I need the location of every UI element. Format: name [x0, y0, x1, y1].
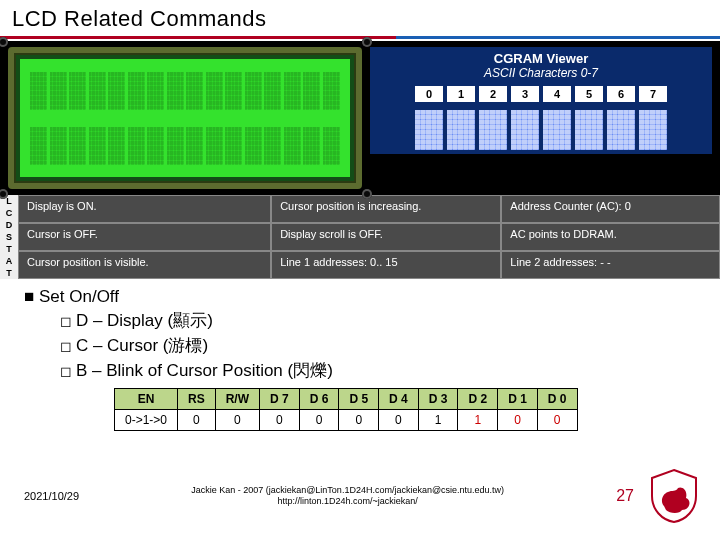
slide-body: Set On/Off D – Display (顯示) C – Cursor (…: [0, 281, 720, 431]
stat-cell: AC points to DDRAM.: [501, 223, 720, 251]
stat-cell: Line 2 addresses: - -: [501, 251, 720, 279]
cgram-col: 0: [415, 86, 443, 102]
th: D 4: [379, 389, 419, 410]
lcd-screen: [20, 59, 350, 177]
stat-cell: Cursor position is visible.: [18, 251, 271, 279]
cgram-cell: [511, 110, 539, 150]
td: 0: [178, 410, 216, 431]
cgram-header: 0 1 2 3 4 5 6 7: [370, 84, 712, 106]
stat-cell: Address Counter (AC): 0: [501, 195, 720, 223]
td: 0: [537, 410, 577, 431]
cgram-cell: [479, 110, 507, 150]
td: 1: [418, 410, 458, 431]
th: D 0: [537, 389, 577, 410]
th: R/W: [215, 389, 259, 410]
cgram-col: 7: [639, 86, 667, 102]
cgram-col: 2: [479, 86, 507, 102]
lcd-row-2: [30, 127, 340, 165]
cgram-cell: [415, 110, 443, 150]
stat-cell: Line 1 addresses: 0.. 15: [271, 251, 501, 279]
cgram-col: 1: [447, 86, 475, 102]
cgram-col: 4: [543, 86, 571, 102]
th: D 1: [498, 389, 538, 410]
stat-cell: Cursor is OFF.: [18, 223, 271, 251]
stat-cell: Cursor position is increasing.: [271, 195, 501, 223]
cgram-cell: [447, 110, 475, 150]
table-header-row: EN RS R/W D 7 D 6 D 5 D 4 D 3 D 2 D 1 D …: [115, 389, 578, 410]
bullet-sub: D – Display (顯示): [60, 309, 696, 332]
th: RS: [178, 389, 216, 410]
td: 0: [339, 410, 379, 431]
footer-date: 2021/10/29: [24, 490, 79, 502]
cgram-subtitle: ASCII Characters 0-7: [370, 66, 712, 84]
cgram-cell: [543, 110, 571, 150]
td: 0: [299, 410, 339, 431]
bullet-sub: B – Blink of Cursor Position (閃爍): [60, 359, 696, 382]
cgram-cell: [575, 110, 603, 150]
lcd-simulator-panel: CGRAM Viewer ASCII Characters 0-7 0 1 2 …: [0, 41, 720, 279]
td: 0: [215, 410, 259, 431]
th: D 6: [299, 389, 339, 410]
th: D 7: [260, 389, 300, 410]
stat-cell: Display is ON.: [18, 195, 271, 223]
cgram-title: CGRAM Viewer: [370, 47, 712, 66]
bullet-main: Set On/Off: [24, 287, 696, 307]
th: D 3: [418, 389, 458, 410]
cgram-cell: [607, 110, 635, 150]
footer-credit: Jackie Kan - 2007 (jackiekan@LinTon.1D24…: [79, 485, 616, 507]
cgram-col: 6: [607, 86, 635, 102]
cgram-col: 5: [575, 86, 603, 102]
th: EN: [115, 389, 178, 410]
university-crest-icon: [646, 468, 702, 524]
cgram-col: 3: [511, 86, 539, 102]
lcd-row-1: [30, 72, 340, 110]
td: 0: [498, 410, 538, 431]
page-title: LCD Related Commands: [0, 0, 720, 36]
bullet-sub: C – Cursor (游標): [60, 334, 696, 357]
slide-footer: 2021/10/29 Jackie Kan - 2007 (jackiekan@…: [24, 468, 702, 524]
td: 0: [379, 410, 419, 431]
td: 1: [458, 410, 498, 431]
cgram-viewer: CGRAM Viewer ASCII Characters 0-7 0 1 2 …: [370, 47, 712, 154]
cgram-cell: [639, 110, 667, 150]
lcd-stat-sidelabel: LCD STAT: [0, 195, 18, 279]
th: D 5: [339, 389, 379, 410]
command-table: EN RS R/W D 7 D 6 D 5 D 4 D 3 D 2 D 1 D …: [114, 388, 578, 431]
lcd-module: [8, 47, 362, 189]
page-number: 27: [616, 487, 634, 505]
th: D 2: [458, 389, 498, 410]
table-row: 0->1->0 0 0 0 0 0 0 1 1 0 0: [115, 410, 578, 431]
td: 0->1->0: [115, 410, 178, 431]
lcd-status-table: LCD STAT Display is ON. Cursor position …: [0, 195, 720, 279]
td: 0: [260, 410, 300, 431]
title-underline: [0, 36, 720, 39]
stat-cell: Display scroll is OFF.: [271, 223, 501, 251]
